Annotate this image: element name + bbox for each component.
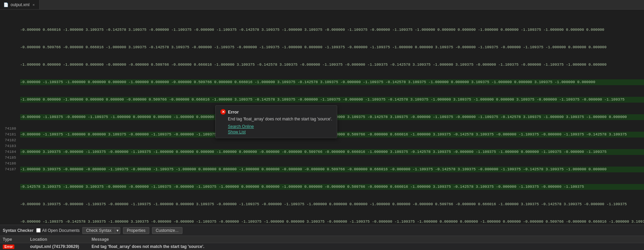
code-line: -0.000000 0.666016 -1.000000 3.109375 -0… <box>20 27 644 33</box>
table-row[interactable]: Error output.xml (74179:30629) End tag '… <box>0 243 644 250</box>
search-online-link[interactable]: Search Online <box>228 124 332 129</box>
tab-filename: output.xml <box>11 2 29 7</box>
customize-button[interactable]: Customize... <box>152 227 182 234</box>
check-syntax-button[interactable]: Check Syntax <box>82 227 115 234</box>
editor-area: 74180 74181 74182 74183 74184 74185 7418… <box>0 10 644 225</box>
error-popup-header: ✕ Error <box>220 109 332 115</box>
file-icon: 📄 <box>3 2 9 7</box>
error-links: Search Online Show List <box>220 124 332 134</box>
line-numbers: 74180 74181 74182 74183 74184 74185 7418… <box>0 10 19 225</box>
file-tab[interactable]: 📄 output.xml × <box>0 0 40 9</box>
code-line: -0.142578 3.109375 -1.000000 3.109375 -0… <box>20 184 644 190</box>
row-message: End tag 'float_array' does not match the… <box>92 244 641 249</box>
check-syntax-dropdown-button[interactable]: ▾ <box>115 227 120 234</box>
error-message: End tag 'float_array' does not match the… <box>220 117 332 121</box>
code-line: -1.000000 3.109375 -0.000000 -0.000000 -… <box>20 167 644 172</box>
tab-bar: 📄 output.xml × <box>0 0 644 10</box>
code-line: -0.000000 3.109375 -0.000000 -1.109375 -… <box>20 201 644 207</box>
code-line: -0.000000 -1.109375 -1.000000 0.000000 0… <box>20 79 644 85</box>
error-title: Error <box>228 109 239 115</box>
bottom-panel: Syntax Checker All Open Documents Check … <box>0 225 644 250</box>
code-line: -1.000000 0.000000 -1.000000 0.000000 0.… <box>20 97 644 103</box>
tab-close-button[interactable]: × <box>31 2 36 7</box>
error-table-header: Type Location Message <box>0 236 644 243</box>
row-type: Error <box>3 244 30 249</box>
syntax-checker-title: Syntax Checker <box>3 228 33 233</box>
row-location: output.xml (74179:30629) <box>30 244 92 249</box>
error-icon: ✕ <box>220 109 226 115</box>
code-line: -0.000000 -1.109375 -0.142578 3.109375 -… <box>20 219 644 225</box>
all-open-docs-label[interactable]: All Open Documents <box>36 228 80 233</box>
error-popup: ✕ Error End tag 'float_array' does not m… <box>215 105 337 138</box>
check-syntax-button-group: Check Syntax ▾ <box>82 227 120 234</box>
properties-button[interactable]: Properties <box>123 227 149 234</box>
col-message-header: Message <box>92 237 641 242</box>
col-location-header: Location <box>30 237 92 242</box>
code-line: -0.000000 0.509766 -0.000000 0.666016 -1… <box>20 44 644 50</box>
error-table: Type Location Message Error output.xml (… <box>0 236 644 250</box>
show-list-link[interactable]: Show List <box>228 130 332 134</box>
code-line: -0.000000 3.109375 -0.000000 -1.109375 -… <box>20 149 644 155</box>
syntax-checker-header: Syntax Checker All Open Documents Check … <box>0 225 644 236</box>
col-type-header: Type <box>3 237 30 242</box>
code-line: -1.000000 0.000000 -1.000000 0.000000 -0… <box>20 62 644 68</box>
all-open-docs-checkbox[interactable] <box>36 228 41 233</box>
